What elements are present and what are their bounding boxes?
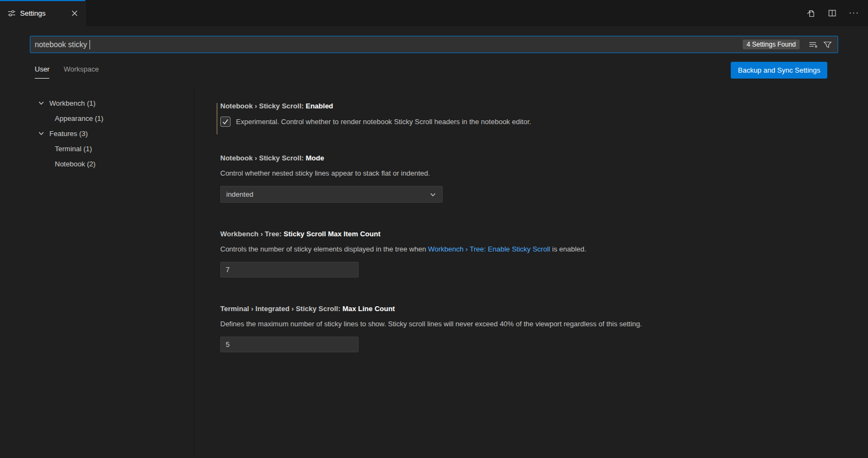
- tab-user-label: User: [35, 65, 49, 73]
- toc-item-label: Workbench (1): [49, 99, 95, 107]
- setting-select[interactable]: indented: [220, 186, 443, 203]
- setting-description-wrap: Defines the maximum number of sticky lin…: [220, 319, 846, 329]
- setting-description: Experimental. Control whether to render …: [236, 117, 531, 127]
- tab-workspace-label: Workspace: [63, 65, 99, 73]
- settings-count-badge: 4 Settings Found: [743, 40, 800, 49]
- toc-item-appearance[interactable]: Appearance (1): [0, 111, 194, 126]
- chevron-down-icon: [37, 130, 45, 137]
- editor-tab-bar: Settings: [0, 0, 868, 26]
- setting-description: Control whether nested sticky lines appe…: [220, 169, 430, 177]
- setting-label: Mode: [305, 154, 324, 162]
- setting-category: Notebook › Sticky Scroll:: [220, 154, 305, 162]
- setting-title: Terminal › Integrated › Sticky Scroll: M…: [220, 305, 846, 313]
- settings-content: Workbench (1)Appearance (1)Features (3)T…: [0, 87, 868, 458]
- tab-settings[interactable]: Settings: [0, 0, 86, 26]
- split-editor-icon[interactable]: [826, 7, 839, 20]
- tab-user[interactable]: User: [35, 65, 49, 79]
- setting-row-notebook-sticky-scroll-mode: Notebook › Sticky Scroll: ModeControl wh…: [220, 154, 846, 203]
- setting-label: Max Line Count: [342, 305, 395, 313]
- scope-tabs: User Workspace: [35, 65, 99, 79]
- checkbox-row: Experimental. Control whether to render …: [220, 117, 846, 127]
- search-row: notebook sticky 4 Settings Found: [0, 26, 868, 53]
- text-cursor: [90, 40, 90, 49]
- toc-item-terminal[interactable]: Terminal (1): [0, 141, 194, 156]
- setting-row-terminal-integrated-sticky-scroll-max-line-count: Terminal › Integrated › Sticky Scroll: M…: [220, 305, 846, 352]
- setting-label: Sticky Scroll Max Item Count: [284, 230, 380, 238]
- chevron-down-icon: [429, 191, 437, 198]
- setting-number-input[interactable]: 7: [220, 262, 359, 278]
- checkmark-icon: [222, 118, 229, 125]
- toc-item-features[interactable]: Features (3): [0, 126, 194, 141]
- settings-toc: Workbench (1)Appearance (1)Features (3)T…: [0, 87, 194, 458]
- setting-description-wrap: Control whether nested sticky lines appe…: [220, 169, 846, 178]
- setting-description: Controls the number of sticky elements d…: [220, 245, 586, 253]
- setting-category: Terminal › Integrated › Sticky Scroll:: [220, 305, 342, 313]
- toc-item-label: Notebook (2): [55, 160, 95, 168]
- setting-description: Defines the maximum number of sticky lin…: [220, 320, 642, 328]
- setting-category: Workbench › Tree:: [220, 230, 284, 238]
- setting-title: Notebook › Sticky Scroll: Enabled: [220, 102, 846, 110]
- toc-item-notebook[interactable]: Notebook (2): [0, 156, 194, 171]
- toc-item-label: Features (3): [49, 130, 88, 138]
- open-settings-json-icon[interactable]: [804, 7, 817, 20]
- setting-label: Enabled: [305, 102, 333, 110]
- more-actions-icon[interactable]: ···: [847, 7, 860, 20]
- setting-number-input[interactable]: 5: [220, 337, 359, 352]
- settings-search-input[interactable]: notebook sticky 4 Settings Found: [30, 36, 838, 53]
- number-value: 5: [226, 340, 229, 349]
- search-value: notebook sticky: [35, 40, 87, 49]
- setting-link[interactable]: Workbench › Tree: Enable Sticky Scroll: [428, 245, 550, 253]
- setting-category: Notebook › Sticky Scroll:: [220, 102, 305, 110]
- toc-item-workbench[interactable]: Workbench (1): [0, 95, 194, 111]
- vscode-settings-editor: Settings: [0, 0, 868, 458]
- setting-title: Workbench › Tree: Sticky Scroll Max Item…: [220, 230, 846, 238]
- scope-row: User Workspace Backup and Sync Settings: [0, 53, 868, 87]
- modified-indicator: [216, 103, 218, 134]
- toc-item-label: Terminal (1): [55, 145, 92, 153]
- chevron-down-icon: [37, 99, 45, 107]
- filter-icon[interactable]: [821, 38, 833, 50]
- setting-row-workbench-tree-sticky-scroll-max-item-count: Workbench › Tree: Sticky Scroll Max Item…: [220, 230, 846, 278]
- setting-row-notebook-sticky-scroll-enabled: Notebook › Sticky Scroll: EnabledExperim…: [220, 102, 846, 127]
- settings-sliders-icon: [8, 9, 16, 17]
- number-value: 7: [226, 266, 229, 274]
- clear-search-icon[interactable]: [807, 38, 819, 50]
- editor-actions: ···: [804, 0, 860, 26]
- tab-title: Settings: [20, 9, 46, 17]
- toc-item-label: Appearance (1): [55, 114, 104, 122]
- tab-close-icon[interactable]: [69, 8, 80, 18]
- setting-description-wrap: Controls the number of sticky elements d…: [220, 244, 846, 254]
- tab-workspace[interactable]: Workspace: [63, 65, 99, 79]
- backup-sync-settings-button[interactable]: Backup and Sync Settings: [731, 62, 827, 79]
- setting-title: Notebook › Sticky Scroll: Mode: [220, 154, 846, 162]
- settings-list: Notebook › Sticky Scroll: EnabledExperim…: [194, 87, 868, 458]
- select-value: indented: [226, 190, 253, 198]
- setting-checkbox[interactable]: [220, 117, 231, 127]
